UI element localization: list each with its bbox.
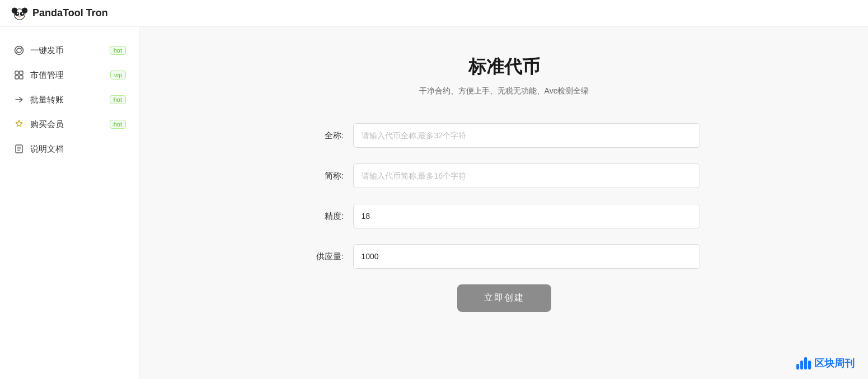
sidebar-item-one-click-coin-badge: hot: [110, 46, 126, 55]
sidebar-item-batch-transfer[interactable]: 批量转账 hot: [0, 87, 139, 112]
sidebar-item-docs[interactable]: 说明文档: [0, 137, 139, 161]
sidebar-item-one-click-coin[interactable]: 一键发币 hot: [0, 38, 139, 63]
svg-rect-10: [20, 71, 23, 74]
watermark-label: 区块周刊: [814, 357, 855, 370]
input-full-name[interactable]: [353, 123, 700, 148]
input-precision[interactable]: [353, 204, 700, 228]
label-full-name: 全称:: [308, 130, 353, 141]
form-row-full-name: 全称:: [308, 123, 700, 148]
app-logo: PandaTool Tron: [11, 5, 108, 22]
label-short-name: 简称:: [308, 171, 353, 181]
create-token-form: 全称: 简称: 精度: 供应量:: [308, 123, 700, 312]
sidebar-item-membership-badge: hot: [110, 120, 126, 129]
sidebar-item-market-badge: vip: [110, 71, 126, 79]
main-content: 标准代币 干净合约、方便上手、无税无功能、Ave检测全绿 全称: 简称: 精度:: [140, 27, 868, 379]
svg-rect-9: [15, 71, 18, 74]
app-title: PandaTool Tron: [32, 7, 108, 19]
watermark-bars-icon: [796, 357, 811, 369]
svg-point-8: [15, 46, 24, 55]
sidebar-item-buy-membership[interactable]: 购买会员 hot: [0, 112, 139, 137]
sidebar-item-transfer-label: 批量转账: [30, 95, 104, 105]
sidebar: 一键发币 hot 市值管理 vip 批量转账 hot: [0, 27, 140, 379]
panda-icon: [11, 5, 28, 22]
sidebar-item-market-label: 市值管理: [30, 70, 105, 81]
form-row-short-name: 简称:: [308, 163, 700, 188]
svg-point-7: [18, 15, 21, 17]
input-supply[interactable]: [353, 244, 700, 269]
svg-point-5: [17, 12, 18, 14]
membership-icon: [13, 119, 25, 130]
page-subtitle: 干净合约、方便上手、无税无功能、Ave检测全绿: [419, 86, 589, 96]
svg-rect-12: [20, 76, 23, 79]
label-precision: 精度:: [308, 211, 353, 222]
sidebar-item-transfer-badge: hot: [110, 95, 126, 104]
form-row-supply: 供应量:: [308, 244, 700, 269]
docs-icon: [13, 143, 25, 155]
submit-button[interactable]: 立即创建: [457, 284, 551, 312]
content-area: 标准代币 干净合约、方便上手、无税无功能、Ave检测全绿 全称: 简称: 精度:: [140, 27, 868, 379]
header: PandaTool Tron: [0, 0, 868, 27]
market-icon: [13, 69, 25, 81]
form-row-precision: 精度:: [308, 204, 700, 228]
label-supply: 供应量:: [308, 251, 353, 262]
sidebar-item-membership-label: 购买会员: [30, 119, 104, 130]
footer-watermark: 区块周刊: [796, 357, 855, 370]
svg-rect-11: [15, 76, 18, 79]
sidebar-item-one-click-coin-label: 一键发币: [30, 45, 104, 56]
svg-point-6: [22, 12, 24, 14]
sidebar-item-market-management[interactable]: 市值管理 vip: [0, 63, 139, 87]
layout: 一键发币 hot 市值管理 vip 批量转账 hot: [0, 27, 868, 379]
page-title: 标准代币: [468, 55, 540, 79]
sidebar-item-docs-label: 说明文档: [30, 144, 126, 155]
coin-icon: [13, 45, 25, 56]
input-short-name[interactable]: [353, 163, 700, 188]
transfer-icon: [13, 94, 25, 105]
